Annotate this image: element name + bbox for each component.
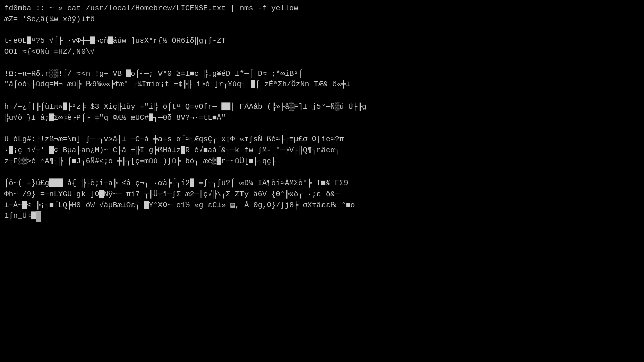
terminal-line: !Ω:┬π┬Rδ.r░▒!⌠/ ≈<n !g+ VB █σ⌠┘─; V*0 ≥╪… <box>4 70 303 78</box>
terminal-line: æZ= '$e¿â(¼w xðÿ)⊥fô <box>4 15 95 24</box>
terminal-line: "ä⌠oò┐├üdq=M¬ æú╠ ℞9¾∞«╞fæ° ┌¼Iπiα¡t ±¢╠… <box>4 80 350 89</box>
terminal-line: û óLg#:┌!zß¬æ=\m] ∫─ ┐v>å┤⊥ ─C─à ╪a+s α⌠… <box>4 135 344 144</box>
terminal-line: 1∫n_Ü╞█ <box>4 212 41 220</box>
terminal-line: fd0mba :: ~ » cat /usr/local/Homebrew/LI… <box>4 4 298 13</box>
terminal-line: ⌠ô~( +}ú£g███ å{ ╠├è;i┬a╠ ≤â ç¬┐ ·αà╞⌠┐í… <box>4 179 348 188</box>
terminal-line: h /─¿⌠|╟⌠ù⊥π»█├²z╞ $3 Xiç╟⊥ùy ÷"i╠ ö⌠tª … <box>4 103 366 111</box>
terminal-line: z┬F░▒>è ∩A¶┐╠ ⌠■J┐6Ñ#<;o ╪╟┬[ç╪mûù )∫û╞ … <box>4 157 276 166</box>
terminal-line: OOI ≈{<ONù ╪HZ/,N0\√ <box>4 48 95 56</box>
terminal-line: t┤e0L█ª?5 √⌠├ ·vΦ┼┬█¬çñ█áúw ]uεX*r{½ ÖR6… <box>4 37 226 45</box>
cursor <box>36 211 41 222</box>
terminal-line: ⊥─Å~█≤ ╠¡┐■⌠LQ╞H0 óW √àµBæ⊥Ωε┐ █Y°XΩ~ e1… <box>4 201 355 210</box>
terminal-line: ·█¡ç i√┬' █¢ Bµa├an¿M)~ C├â ±╠I g╞ßHá⊥z█… <box>4 146 339 155</box>
terminal-line: ╠u√ò }± â;█Σ∞╞è┌P⌠├ ╪"q ΦÆ½ æUC#█┐─0δ 8V… <box>4 114 226 122</box>
terminal-window: fd0mba :: ~ » cat /usr/local/Homebrew/LI… <box>0 0 644 362</box>
terminal-line: Φh~ /9} =─nL¥GU gk ]Ω█Nÿ~─ πì7_┬╟Ü┬î─∫Σ … <box>4 190 339 199</box>
